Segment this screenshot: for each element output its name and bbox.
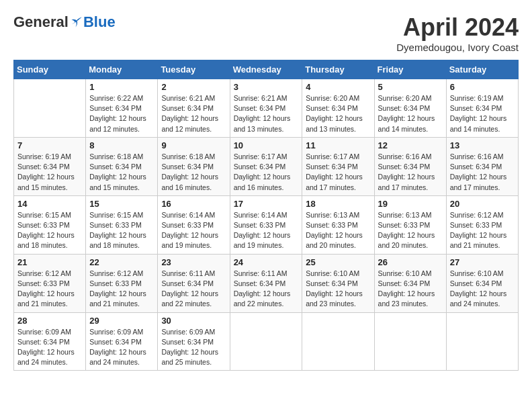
calendar-cell: 23Sunrise: 6:11 AM Sunset: 6:34 PM Dayli… — [158, 254, 230, 312]
day-info: Sunrise: 6:18 AM Sunset: 6:34 PM Dayligh… — [89, 152, 154, 193]
day-number: 20 — [450, 199, 515, 209]
day-info: Sunrise: 6:15 AM Sunset: 6:33 PM Dayligh… — [17, 210, 82, 251]
day-info: Sunrise: 6:19 AM Sunset: 6:34 PM Dayligh… — [450, 93, 515, 134]
logo-bird-icon — [70, 15, 83, 29]
day-info: Sunrise: 6:12 AM Sunset: 6:33 PM Dayligh… — [17, 269, 82, 310]
calendar-cell — [374, 312, 446, 371]
logo-blue-text: Blue — [83, 13, 116, 31]
day-info: Sunrise: 6:16 AM Sunset: 6:34 PM Dayligh… — [450, 152, 515, 193]
calendar-week-3: 14Sunrise: 6:15 AM Sunset: 6:33 PM Dayli… — [14, 195, 519, 254]
day-info: Sunrise: 6:20 AM Sunset: 6:34 PM Dayligh… — [378, 93, 443, 134]
day-number: 11 — [306, 140, 370, 150]
calendar-cell: 2Sunrise: 6:21 AM Sunset: 6:34 PM Daylig… — [158, 79, 230, 138]
calendar-cell: 20Sunrise: 6:12 AM Sunset: 6:33 PM Dayli… — [446, 195, 518, 254]
calendar-cell: 24Sunrise: 6:11 AM Sunset: 6:34 PM Dayli… — [230, 254, 302, 312]
day-number: 23 — [161, 257, 226, 267]
day-number: 16 — [161, 199, 226, 209]
day-info: Sunrise: 6:22 AM Sunset: 6:34 PM Dayligh… — [89, 93, 154, 134]
day-number: 8 — [89, 140, 154, 150]
day-number: 17 — [234, 199, 299, 209]
day-number: 13 — [450, 140, 515, 150]
weekday-header-saturday: Saturday — [446, 60, 518, 79]
day-info: Sunrise: 6:17 AM Sunset: 6:34 PM Dayligh… — [306, 152, 370, 193]
calendar-cell: 11Sunrise: 6:17 AM Sunset: 6:34 PM Dayli… — [302, 137, 374, 195]
calendar-header-row: SundayMondayTuesdayWednesdayThursdayFrid… — [14, 60, 519, 79]
day-number: 26 — [378, 257, 443, 267]
calendar-cell: 5Sunrise: 6:20 AM Sunset: 6:34 PM Daylig… — [374, 79, 446, 138]
day-number: 24 — [234, 257, 299, 267]
calendar-cell: 7Sunrise: 6:19 AM Sunset: 6:34 PM Daylig… — [14, 137, 86, 195]
day-number: 18 — [306, 199, 370, 209]
month-title: April 2024 — [396, 13, 519, 42]
day-number: 5 — [378, 82, 443, 92]
day-number: 19 — [378, 199, 443, 209]
day-number: 27 — [450, 257, 515, 267]
day-info: Sunrise: 6:17 AM Sunset: 6:34 PM Dayligh… — [234, 152, 299, 193]
calendar-week-2: 7Sunrise: 6:19 AM Sunset: 6:34 PM Daylig… — [14, 137, 519, 195]
weekday-header-monday: Monday — [86, 60, 158, 79]
calendar-cell: 19Sunrise: 6:13 AM Sunset: 6:33 PM Dayli… — [374, 195, 446, 254]
calendar-week-4: 21Sunrise: 6:12 AM Sunset: 6:33 PM Dayli… — [14, 254, 519, 312]
day-info: Sunrise: 6:09 AM Sunset: 6:34 PM Dayligh… — [161, 327, 226, 368]
day-info: Sunrise: 6:20 AM Sunset: 6:34 PM Dayligh… — [306, 93, 370, 134]
calendar-cell: 13Sunrise: 6:16 AM Sunset: 6:34 PM Dayli… — [446, 137, 518, 195]
calendar-cell: 9Sunrise: 6:18 AM Sunset: 6:34 PM Daylig… — [158, 137, 230, 195]
day-info: Sunrise: 6:09 AM Sunset: 6:34 PM Dayligh… — [17, 327, 82, 368]
calendar-cell — [446, 312, 518, 371]
day-info: Sunrise: 6:16 AM Sunset: 6:34 PM Dayligh… — [378, 152, 443, 193]
page-header: General Blue April 2024 Dyemedougou, Ivo… — [13, 13, 519, 53]
day-number: 14 — [17, 199, 82, 209]
weekday-header-wednesday: Wednesday — [230, 60, 302, 79]
day-info: Sunrise: 6:14 AM Sunset: 6:33 PM Dayligh… — [234, 210, 299, 251]
calendar-cell: 26Sunrise: 6:10 AM Sunset: 6:34 PM Dayli… — [374, 254, 446, 312]
day-info: Sunrise: 6:15 AM Sunset: 6:33 PM Dayligh… — [89, 210, 154, 251]
title-block: April 2024 Dyemedougou, Ivory Coast — [396, 13, 519, 53]
day-info: Sunrise: 6:10 AM Sunset: 6:34 PM Dayligh… — [378, 269, 443, 310]
calendar-cell: 25Sunrise: 6:10 AM Sunset: 6:34 PM Dayli… — [302, 254, 374, 312]
day-info: Sunrise: 6:11 AM Sunset: 6:34 PM Dayligh… — [161, 269, 226, 310]
day-info: Sunrise: 6:12 AM Sunset: 6:33 PM Dayligh… — [89, 269, 154, 310]
day-number: 29 — [89, 316, 154, 326]
logo-general-text: General — [13, 13, 69, 31]
day-info: Sunrise: 6:19 AM Sunset: 6:34 PM Dayligh… — [17, 152, 82, 193]
day-number: 30 — [161, 316, 226, 326]
calendar-cell: 12Sunrise: 6:16 AM Sunset: 6:34 PM Dayli… — [374, 137, 446, 195]
calendar-cell: 1Sunrise: 6:22 AM Sunset: 6:34 PM Daylig… — [86, 79, 158, 138]
calendar-cell: 10Sunrise: 6:17 AM Sunset: 6:34 PM Dayli… — [230, 137, 302, 195]
day-info: Sunrise: 6:13 AM Sunset: 6:33 PM Dayligh… — [306, 210, 370, 251]
calendar-cell: 27Sunrise: 6:10 AM Sunset: 6:34 PM Dayli… — [446, 254, 518, 312]
day-info: Sunrise: 6:13 AM Sunset: 6:33 PM Dayligh… — [378, 210, 443, 251]
calendar-cell: 17Sunrise: 6:14 AM Sunset: 6:33 PM Dayli… — [230, 195, 302, 254]
day-number: 7 — [17, 140, 82, 150]
day-info: Sunrise: 6:09 AM Sunset: 6:34 PM Dayligh… — [89, 327, 154, 368]
day-number: 21 — [17, 257, 82, 267]
weekday-header-friday: Friday — [374, 60, 446, 79]
calendar-cell: 4Sunrise: 6:20 AM Sunset: 6:34 PM Daylig… — [302, 79, 374, 138]
calendar-cell: 16Sunrise: 6:14 AM Sunset: 6:33 PM Dayli… — [158, 195, 230, 254]
day-info: Sunrise: 6:21 AM Sunset: 6:34 PM Dayligh… — [234, 93, 299, 134]
location-text: Dyemedougou, Ivory Coast — [396, 42, 519, 53]
day-info: Sunrise: 6:18 AM Sunset: 6:34 PM Dayligh… — [161, 152, 226, 193]
calendar-week-5: 28Sunrise: 6:09 AM Sunset: 6:34 PM Dayli… — [14, 312, 519, 371]
weekday-header-tuesday: Tuesday — [158, 60, 230, 79]
day-number: 2 — [161, 82, 226, 92]
calendar-week-1: 1Sunrise: 6:22 AM Sunset: 6:34 PM Daylig… — [14, 79, 519, 138]
day-info: Sunrise: 6:10 AM Sunset: 6:34 PM Dayligh… — [450, 269, 515, 310]
day-number: 3 — [234, 82, 299, 92]
day-info: Sunrise: 6:12 AM Sunset: 6:33 PM Dayligh… — [450, 210, 515, 251]
calendar-cell: 30Sunrise: 6:09 AM Sunset: 6:34 PM Dayli… — [158, 312, 230, 371]
calendar-cell: 3Sunrise: 6:21 AM Sunset: 6:34 PM Daylig… — [230, 79, 302, 138]
calendar-cell: 15Sunrise: 6:15 AM Sunset: 6:33 PM Dayli… — [86, 195, 158, 254]
calendar-cell: 18Sunrise: 6:13 AM Sunset: 6:33 PM Dayli… — [302, 195, 374, 254]
calendar-cell: 22Sunrise: 6:12 AM Sunset: 6:33 PM Dayli… — [86, 254, 158, 312]
calendar-cell: 6Sunrise: 6:19 AM Sunset: 6:34 PM Daylig… — [446, 79, 518, 138]
day-number: 9 — [161, 140, 226, 150]
day-info: Sunrise: 6:11 AM Sunset: 6:34 PM Dayligh… — [234, 269, 299, 310]
weekday-header-thursday: Thursday — [302, 60, 374, 79]
day-number: 15 — [89, 199, 154, 209]
calendar-cell: 14Sunrise: 6:15 AM Sunset: 6:33 PM Dayli… — [14, 195, 86, 254]
day-number: 28 — [17, 316, 82, 326]
day-number: 10 — [234, 140, 299, 150]
calendar-cell: 29Sunrise: 6:09 AM Sunset: 6:34 PM Dayli… — [86, 312, 158, 371]
day-info: Sunrise: 6:10 AM Sunset: 6:34 PM Dayligh… — [306, 269, 370, 310]
